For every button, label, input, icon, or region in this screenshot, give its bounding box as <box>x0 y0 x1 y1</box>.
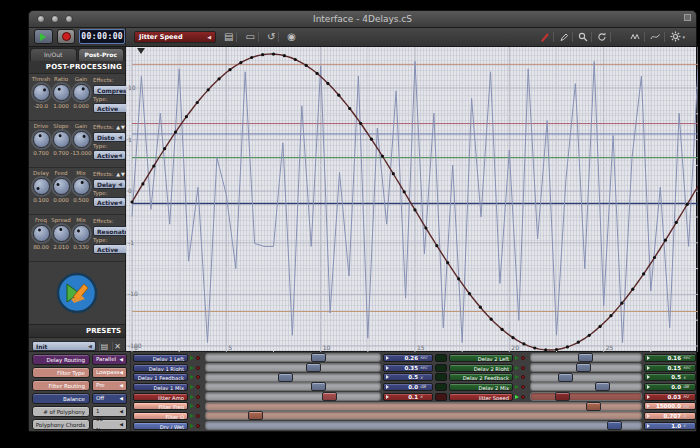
slider-thumb[interactable] <box>576 363 591 372</box>
value-box-delay-1-left[interactable]: 0.26sec <box>383 354 433 362</box>
slider-delay-1-mix[interactable] <box>205 382 381 391</box>
sine-point[interactable] <box>250 56 253 59</box>
reorder-arrows-icon[interactable]: ▲▼ <box>116 124 126 130</box>
knob-spread[interactable] <box>53 225 70 242</box>
window-widget-icon[interactable] <box>684 14 691 21</box>
slider-delay-1-left[interactable] <box>205 353 381 362</box>
sine-point[interactable] <box>239 61 242 64</box>
value-box-delay-1-mix[interactable]: 0.0dB <box>383 383 433 391</box>
slider-thumb[interactable] <box>607 421 622 430</box>
slider-thumb[interactable] <box>311 382 326 391</box>
sine-point[interactable] <box>555 348 558 351</box>
sine-point[interactable] <box>675 221 678 224</box>
sine-point[interactable] <box>501 328 504 331</box>
sine-point[interactable] <box>337 94 340 97</box>
value-box-delay-1-feedback[interactable]: 0.5x <box>383 373 433 381</box>
effect-dropdown[interactable]: Disto◀ <box>93 132 126 142</box>
sine-point[interactable] <box>577 341 580 344</box>
sine-point[interactable] <box>141 182 144 185</box>
channel-box[interactable] <box>435 354 447 362</box>
sine-point[interactable] <box>533 346 536 349</box>
type-dropdown[interactable]: Active◀ <box>93 197 126 207</box>
sine-point[interactable] <box>686 203 689 206</box>
tab-post-proc[interactable]: Post-Proc <box>78 48 125 61</box>
sine-point[interactable] <box>468 292 471 295</box>
sine-point[interactable] <box>348 107 351 110</box>
slider-delay-2-feedback[interactable] <box>530 373 642 382</box>
value-box-delay-1-right[interactable]: 0.35sec <box>383 364 433 372</box>
pencil-icon[interactable] <box>556 32 573 42</box>
routing-value-dropdown[interactable]: Off◀ <box>92 393 127 404</box>
sine-point[interactable] <box>653 256 656 259</box>
routing-value-dropdown[interactable]: Parallel◀ <box>92 354 127 365</box>
sine-point[interactable] <box>261 53 264 56</box>
play-button[interactable] <box>34 29 53 44</box>
panels-icon[interactable]: ▭ <box>242 32 258 42</box>
record-button[interactable] <box>57 29 76 44</box>
slider-thumb[interactable] <box>311 353 326 362</box>
save-preset-icon[interactable]: ▤ <box>99 342 110 351</box>
slider-thumb[interactable] <box>595 382 610 391</box>
sine-point[interactable] <box>228 68 231 71</box>
type-dropdown[interactable]: Active◀ <box>93 150 126 160</box>
sine-point[interactable] <box>544 348 547 351</box>
sine-point[interactable] <box>446 261 449 264</box>
channel-box[interactable] <box>435 393 447 401</box>
value-box-jitter-speed[interactable]: 0.03Hz <box>644 393 696 401</box>
sine-point[interactable] <box>370 138 373 141</box>
sine-point[interactable] <box>642 272 645 275</box>
sine-point[interactable] <box>392 172 395 175</box>
table-editor-canvas[interactable]: 0510152025301010-1-10-100 <box>126 47 696 351</box>
save-icon[interactable]: ▤ <box>221 32 237 42</box>
table-chart[interactable]: 0510152025301010-1-10-100 <box>126 47 698 352</box>
slider-thumb[interactable] <box>248 411 263 420</box>
sine-point[interactable] <box>566 345 569 348</box>
knob-thresh[interactable] <box>33 84 50 101</box>
sine-point[interactable] <box>609 314 612 317</box>
value-box-delay-2-left[interactable]: 0.16sec <box>644 354 696 362</box>
delete-preset-icon[interactable]: ✕ <box>112 342 122 351</box>
sine-point[interactable] <box>664 239 667 242</box>
slider-delay-2-left[interactable] <box>530 353 642 362</box>
routing-value-dropdown[interactable]: 00 - None◀ <box>92 419 127 430</box>
knob-gain[interactable] <box>73 131 90 148</box>
slider-delay-1-right[interactable] <box>205 363 381 372</box>
routing-value-dropdown[interactable]: Pre◀ <box>92 380 127 391</box>
channel-box[interactable] <box>435 364 447 372</box>
sine-point[interactable] <box>522 342 525 345</box>
slider-delay-1-feedback[interactable] <box>205 373 381 382</box>
gear-icon[interactable]: ▾ <box>667 31 688 42</box>
sine-point[interactable] <box>272 53 275 56</box>
sine-point[interactable] <box>130 200 133 203</box>
slider-delay-2-mix[interactable] <box>530 382 642 391</box>
slider-thumb[interactable] <box>555 392 570 401</box>
refresh-icon[interactable] <box>594 32 611 42</box>
sine-point[interactable] <box>359 122 362 125</box>
sine-point[interactable] <box>326 82 329 85</box>
sine-point[interactable] <box>631 288 634 291</box>
sine-point[interactable] <box>174 131 177 134</box>
undo-icon[interactable]: ↺ <box>264 32 279 42</box>
sine-point[interactable] <box>424 226 427 229</box>
slider-thumb[interactable] <box>578 353 593 362</box>
knob-freq[interactable] <box>33 225 50 242</box>
value-box-delay-2-mix[interactable]: 0.0dB <box>644 383 696 391</box>
sine-point[interactable] <box>413 208 416 211</box>
knob-delay[interactable] <box>33 178 50 195</box>
red-pointer-icon[interactable] <box>537 32 554 42</box>
knob-drive[interactable] <box>33 131 50 148</box>
knob-ratio[interactable] <box>53 84 70 101</box>
table-selector-dropdown[interactable]: Jitter Speed ◀ <box>134 31 216 43</box>
channel-box[interactable] <box>435 373 447 381</box>
zoom-icon[interactable] <box>575 32 592 42</box>
sine-point[interactable] <box>305 64 308 67</box>
reorder-arrows-icon[interactable]: ▲▼ <box>116 171 126 177</box>
slider-thumb[interactable] <box>558 373 573 382</box>
jagged-curve-icon[interactable] <box>627 32 645 42</box>
sine-point[interactable] <box>316 72 319 75</box>
sine-point[interactable] <box>479 306 482 309</box>
sine-point[interactable] <box>511 336 514 339</box>
slider-filter-q[interactable] <box>205 411 642 420</box>
tab-in-out[interactable]: In/Out <box>30 48 77 61</box>
sine-point[interactable] <box>152 164 155 167</box>
